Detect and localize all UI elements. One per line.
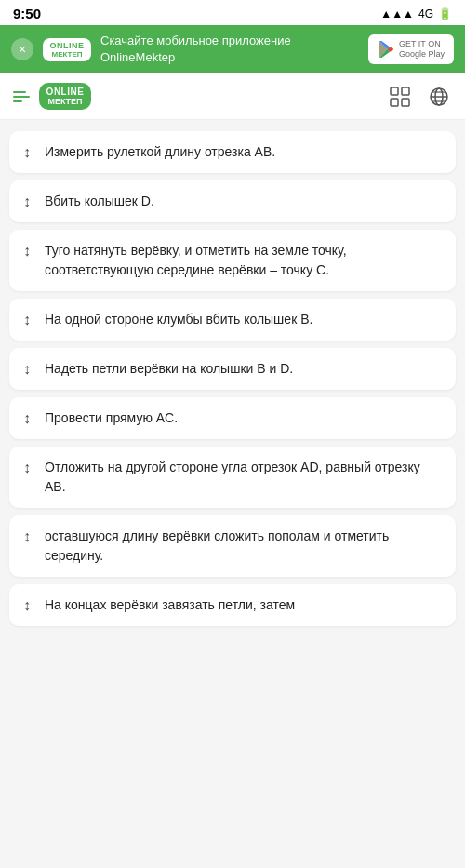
card-text: Туго натянуть верёвку, и отметить на зем… bbox=[45, 241, 443, 280]
list-item[interactable]: Надеть петли верёвки на колышки B и D. bbox=[9, 348, 456, 390]
signal-icon: ▲▲▲ bbox=[380, 7, 414, 20]
status-time: 9:50 bbox=[13, 6, 41, 21]
nav-logo-bottom: МЕКТЕП bbox=[47, 97, 82, 106]
banner-logo-bottom: МЕКТЕП bbox=[51, 50, 82, 59]
card-text: Отложить на другой стороне угла отрезок … bbox=[45, 458, 443, 497]
list-item[interactable]: Провести прямую AC. bbox=[9, 397, 456, 439]
card-text: Провести прямую AC. bbox=[45, 408, 443, 428]
card-text: На концах верёвки завязать петли, затем bbox=[45, 595, 443, 615]
sort-handle-icon[interactable] bbox=[19, 361, 35, 378]
google-play-icon bbox=[378, 41, 394, 58]
list-item[interactable]: Отложить на другой стороне угла отрезок … bbox=[9, 447, 456, 508]
svg-rect-0 bbox=[391, 87, 398, 95]
hamburger-line-3 bbox=[13, 100, 22, 102]
status-icons: ▲▲▲ 4G 🔋 bbox=[380, 7, 452, 20]
navbar: ONLINE МЕКТЕП bbox=[0, 73, 465, 120]
svg-rect-1 bbox=[402, 87, 409, 95]
card-text: Надеть петли верёвки на колышки B и D. bbox=[45, 359, 443, 379]
list-item[interactable]: На одной стороне клумбы вбить колышек B. bbox=[9, 299, 456, 341]
sort-handle-icon[interactable] bbox=[19, 194, 35, 210]
sort-handle-icon[interactable] bbox=[19, 410, 35, 427]
svg-rect-3 bbox=[402, 99, 409, 106]
list-item[interactable]: оставшуюся длину верёвки сложить пополам… bbox=[9, 515, 456, 577]
list-item[interactable]: Туго натянуть верёвку, и отметить на зем… bbox=[9, 230, 456, 291]
battery-icon: 🔋 bbox=[438, 7, 452, 20]
nav-logo[interactable]: ONLINE МЕКТЕП bbox=[39, 83, 91, 110]
hamburger-menu-button[interactable] bbox=[13, 91, 30, 102]
sort-handle-icon[interactable] bbox=[19, 243, 35, 260]
content-list: Измерить рулеткой длину отрезка AB.Вбить… bbox=[0, 120, 465, 637]
list-item[interactable]: Вбить колышек D. bbox=[9, 180, 456, 222]
sort-handle-icon[interactable] bbox=[19, 144, 35, 161]
app-banner: × ONLINE МЕКТЕП Скачайте мобильное прило… bbox=[0, 25, 465, 73]
sort-handle-icon[interactable] bbox=[19, 460, 35, 476]
banner-text: Скачайте мобильное приложение OnlineMekt… bbox=[100, 33, 359, 66]
card-text: оставшуюся длину верёвки сложить пополам… bbox=[45, 527, 443, 566]
card-text: Вбить колышек D. bbox=[45, 192, 443, 211]
sort-handle-icon[interactable] bbox=[19, 528, 35, 545]
sort-handle-icon[interactable] bbox=[19, 312, 35, 328]
sort-handle-icon[interactable] bbox=[19, 597, 35, 614]
navbar-left: ONLINE МЕКТЕП bbox=[13, 83, 91, 110]
list-item[interactable]: На концах верёвки завязать петли, затем bbox=[9, 584, 456, 626]
svg-rect-2 bbox=[391, 99, 398, 106]
hamburger-line-2 bbox=[13, 96, 30, 98]
nav-logo-top: ONLINE bbox=[46, 87, 85, 97]
list-item[interactable]: Измерить рулеткой длину отрезка AB. bbox=[9, 131, 456, 173]
card-text: Измерить рулеткой длину отрезка AB. bbox=[45, 142, 443, 162]
card-text: На одной стороне клумбы вбить колышек B. bbox=[45, 310, 443, 329]
language-icon[interactable] bbox=[426, 84, 452, 110]
banner-logo-top: ONLINE bbox=[49, 41, 84, 50]
hamburger-line-1 bbox=[13, 91, 26, 93]
banner-logo: ONLINE МЕКТЕП bbox=[43, 38, 91, 61]
banner-close-button[interactable]: × bbox=[11, 38, 33, 60]
network-indicator: 4G bbox=[418, 7, 433, 20]
grid-view-icon[interactable] bbox=[387, 84, 413, 110]
google-play-sublabel: GET IT ON bbox=[399, 39, 445, 49]
status-bar: 9:50 ▲▲▲ 4G 🔋 bbox=[0, 0, 465, 25]
google-play-label: GET IT ON Google Play bbox=[399, 39, 445, 60]
navbar-right bbox=[387, 84, 452, 110]
google-play-button[interactable]: GET IT ON Google Play bbox=[368, 34, 454, 64]
